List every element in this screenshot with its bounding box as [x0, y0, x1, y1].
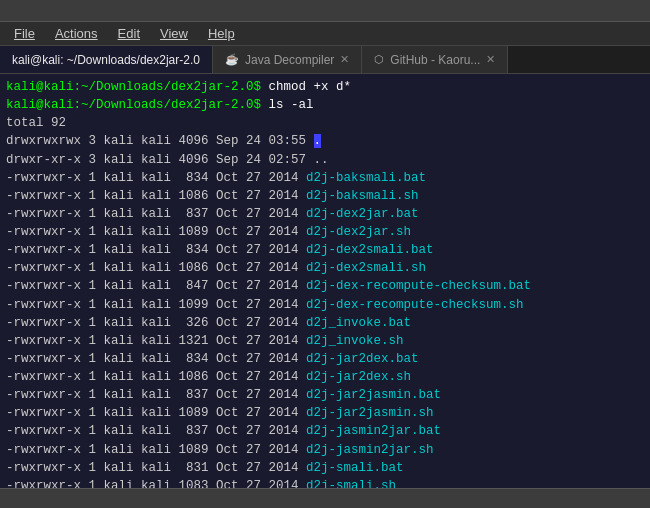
filename: d2j-dex2jar.sh — [306, 225, 411, 239]
terminal-line: -rwxrwxr-x 1 kali kali 1099 Oct 27 2014 … — [6, 296, 644, 314]
terminal-line: -rwxrwxr-x 1 kali kali 1089 Oct 27 2014 … — [6, 223, 644, 241]
filename: .. — [314, 153, 329, 167]
tab-decompiler-close[interactable]: ✕ — [340, 53, 349, 66]
terminal-line: -rwxrwxr-x 1 kali kali 1083 Oct 27 2014 … — [6, 477, 644, 488]
filename: d2j-jar2dex.sh — [306, 370, 411, 384]
terminal-line: kali@kali:~/Downloads/dex2jar-2.0$ chmod… — [6, 78, 644, 96]
terminal-line: -rwxrwxr-x 1 kali kali 834 Oct 27 2014 d… — [6, 169, 644, 187]
terminal-line: -rwxrwxr-x 1 kali kali 834 Oct 27 2014 d… — [6, 350, 644, 368]
tab-decompiler[interactable]: ☕ Java Decompiler ✕ — [213, 46, 362, 73]
tab-terminal-label: kali@kali: ~/Downloads/dex2jar-2.0 — [12, 53, 200, 67]
terminal-line: -rwxrwxr-x 1 kali kali 834 Oct 27 2014 d… — [6, 241, 644, 259]
filename: d2j-dex-recompute-checksum.bat — [306, 279, 531, 293]
tab-decompiler-label: Java Decompiler — [245, 53, 334, 67]
command: chmod +x d* — [261, 80, 351, 94]
terminal-line: -rwxrwxr-x 1 kali kali 837 Oct 27 2014 d… — [6, 422, 644, 440]
filename: d2j-jasmin2jar.sh — [306, 443, 434, 457]
prompt: kali@kali:~/Downloads/dex2jar-2.0$ — [6, 80, 261, 94]
close-button[interactable] — [628, 4, 642, 18]
tab-github-icon: ⬡ — [374, 53, 384, 66]
terminal-area[interactable]: kali@kali:~/Downloads/dex2jar-2.0$ chmod… — [0, 74, 650, 488]
minimize-button[interactable] — [588, 4, 602, 18]
maximize-button[interactable] — [608, 4, 622, 18]
tab-decompiler-icon: ☕ — [225, 53, 239, 66]
terminal-line: -rwxrwxr-x 1 kali kali 1086 Oct 27 2014 … — [6, 368, 644, 386]
menu-edit[interactable]: Edit — [110, 24, 148, 43]
filename: d2j-dex2smali.sh — [306, 261, 426, 275]
terminal-line: -rwxrwxr-x 1 kali kali 1086 Oct 27 2014 … — [6, 187, 644, 205]
tab-terminal[interactable]: kali@kali: ~/Downloads/dex2jar-2.0 — [0, 46, 213, 73]
terminal-line: -rwxrwxr-x 1 kali kali 831 Oct 27 2014 d… — [6, 459, 644, 477]
prompt: kali@kali:~/Downloads/dex2jar-2.0$ — [6, 98, 261, 112]
terminal-line: -rwxrwxr-x 1 kali kali 326 Oct 27 2014 d… — [6, 314, 644, 332]
filename: d2j_invoke.sh — [306, 334, 404, 348]
tab-github-close[interactable]: ✕ — [486, 53, 495, 66]
menu-actions[interactable]: Actions — [47, 24, 106, 43]
terminal-line: -rwxrwxr-x 1 kali kali 837 Oct 27 2014 d… — [6, 205, 644, 223]
terminal-line: -rwxrwxr-x 1 kali kali 1089 Oct 27 2014 … — [6, 441, 644, 459]
filename: d2j-baksmali.sh — [306, 189, 419, 203]
terminal-line: -rwxrwxr-x 1 kali kali 1321 Oct 27 2014 … — [6, 332, 644, 350]
status-bar — [0, 488, 650, 508]
filename: d2j-jar2dex.bat — [306, 352, 419, 366]
filename: d2j-dex-recompute-checksum.sh — [306, 298, 524, 312]
terminal-line: kali@kali:~/Downloads/dex2jar-2.0$ ls -a… — [6, 96, 644, 114]
filename: d2j-baksmali.bat — [306, 171, 426, 185]
filename: d2j-jar2jasmin.bat — [306, 388, 441, 402]
terminal-line: drwxr-xr-x 3 kali kali 4096 Sep 24 02:57… — [6, 151, 644, 169]
tab-github[interactable]: ⬡ GitHub - Kaoru... ✕ — [362, 46, 508, 73]
terminal-line: -rwxrwxr-x 1 kali kali 1089 Oct 27 2014 … — [6, 404, 644, 422]
filename: d2j-jasmin2jar.bat — [306, 424, 441, 438]
filename: . — [314, 134, 322, 148]
menu-help[interactable]: Help — [200, 24, 243, 43]
filename: d2j-smali.bat — [306, 461, 404, 475]
menu-view[interactable]: View — [152, 24, 196, 43]
terminal-line: -rwxrwxr-x 1 kali kali 847 Oct 27 2014 d… — [6, 277, 644, 295]
terminal-line: drwxrwxrwx 3 kali kali 4096 Sep 24 03:55… — [6, 132, 644, 150]
filename: d2j-jar2jasmin.sh — [306, 406, 434, 420]
filename: d2j-dex2jar.bat — [306, 207, 419, 221]
filename: d2j-dex2smali.bat — [306, 243, 434, 257]
filename: d2j_invoke.bat — [306, 316, 411, 330]
window-controls — [588, 4, 642, 18]
title-bar — [0, 0, 650, 22]
tab-github-label: GitHub - Kaoru... — [390, 53, 480, 67]
tab-bar: kali@kali: ~/Downloads/dex2jar-2.0 ☕ Jav… — [0, 46, 650, 74]
filename: d2j-smali.sh — [306, 479, 396, 488]
terminal-line: -rwxrwxr-x 1 kali kali 837 Oct 27 2014 d… — [6, 386, 644, 404]
terminal-line: total 92 — [6, 114, 644, 132]
menu-bar: File Actions Edit View Help — [0, 22, 650, 46]
terminal-line: -rwxrwxr-x 1 kali kali 1086 Oct 27 2014 … — [6, 259, 644, 277]
command: ls -al — [261, 98, 314, 112]
menu-file[interactable]: File — [6, 24, 43, 43]
